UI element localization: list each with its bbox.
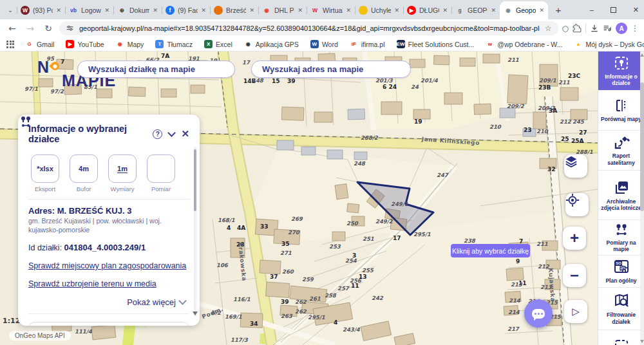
minimize-button[interactable]: – — [590, 6, 594, 14]
layers-button[interactable] — [564, 154, 587, 178]
chat-widget-button[interactable] — [524, 299, 553, 328]
diagnosis-section-header[interactable]: Diagnoza działki — [28, 322, 189, 326]
scroll-up-icon[interactable] — [640, 53, 644, 57]
show-more-button[interactable]: Pokaż więcej — [28, 297, 185, 307]
tab-favicon: f — [166, 6, 175, 15]
map-hint-toast: Kliknij aby wybrać działkę — [451, 244, 530, 257]
sidebar-item-map-measurements[interactable]: Pomiary na mapie — [598, 220, 644, 256]
tab-close-icon[interactable]: ✕ — [539, 7, 544, 14]
tab-close-icon[interactable]: ✕ — [153, 7, 158, 14]
bookmark-favicon: ▲ — [574, 40, 582, 48]
parcel-address-sub: gm. Brześć Kujawski | pow. włocławski | … — [28, 217, 189, 234]
scrollbar-thumb[interactable] — [640, 82, 644, 211]
export-button[interactable]: *xlsx Eksport — [30, 154, 61, 192]
tab-close-icon[interactable]: ✕ — [346, 7, 351, 14]
zoom-out-button[interactable]: − — [563, 264, 586, 287]
zoom-in-button[interactable]: + — [563, 227, 586, 250]
scroll-down-icon[interactable] — [640, 340, 644, 343]
close-panel-icon[interactable]: ✕ — [181, 128, 189, 140]
tab-close-icon[interactable]: ✕ — [491, 7, 496, 14]
tab-close-icon[interactable]: ✕ — [56, 7, 61, 14]
bookmark-item[interactable]: G Gmail — [21, 40, 59, 48]
address-bar[interactable]: geoportal-krajowy.pl/na-mapie#x=18.90354… — [59, 21, 558, 35]
bookmark-item[interactable]: X Excel — [200, 40, 237, 48]
tab-strip: ⌄ W (93) Pow ✕ vb Logowa ✕ ⊕ Dokum ✕ f (… — [0, 0, 644, 19]
browser-tab[interactable]: vb Logowa ✕ — [65, 1, 113, 19]
bookmark-item[interactable]: EW Fleet Solutions Cust... — [392, 40, 479, 48]
browser-tab[interactable]: Brześć K ✕ — [210, 1, 258, 19]
geolocate-button[interactable] — [565, 193, 589, 216]
sidebar-item-filter-parcels[interactable]: Filtrowanie działek — [598, 288, 644, 330]
tab-close-icon[interactable]: ✕ — [249, 7, 254, 14]
tab-close-icon[interactable]: ✕ — [201, 7, 206, 14]
buffer-button[interactable]: 4m Bufor — [68, 154, 99, 192]
maximize-button[interactable] — [611, 7, 616, 13]
browser-tab[interactable]: W (93) Pow ✕ — [17, 1, 65, 19]
browser-tab[interactable]: W Wirtuali ✕ — [307, 1, 355, 19]
sidebar-item-general-plan[interactable]: SOSK Plan ogólny — [598, 256, 644, 288]
link-local-plan[interactable]: Sprawdź miejscowy plan zagospodarowania — [28, 261, 189, 270]
back-button[interactable]: ← — [5, 21, 19, 35]
tab-title: Dokum — [129, 6, 149, 14]
browser-tab[interactable]: f (9) Face ✕ — [162, 1, 210, 19]
reading-list-icon[interactable] — [603, 24, 612, 33]
bookmark-item[interactable]: iF ifirma.pl — [345, 40, 390, 48]
search-plot-input[interactable]: Wyszukaj działkę na mapie — [77, 61, 235, 78]
panel-scrollbar[interactable] — [194, 147, 196, 317]
sidebar-item-parcel-info[interactable]: Informacje o działce — [598, 51, 644, 90]
browser-tab[interactable]: ⊕ Dokum ✕ — [113, 1, 162, 19]
profile-avatar[interactable]: A — [616, 23, 627, 34]
window-scrollbar[interactable] — [640, 51, 644, 345]
panel-scroll-down-icon[interactable] — [193, 312, 198, 315]
measure-button[interactable]: Pomiar — [146, 154, 176, 192]
browser-tab[interactable]: ▶ DŁUGOS ✕ — [403, 1, 451, 19]
search-address-input[interactable]: Wyszukaj adres na mapie — [251, 61, 411, 78]
close-window-button[interactable]: ✕ — [633, 6, 639, 14]
bookmark-item[interactable]: W Word — [306, 40, 343, 48]
browser-tab[interactable]: ◉ DHL Pa ✕ — [258, 1, 307, 19]
browser-tab[interactable]: ◉ Geopor ✕ — [500, 1, 548, 19]
url-text[interactable]: geoportal-krajowy.pl/na-mapie#x=18.90354… — [79, 24, 540, 32]
new-tab-button[interactable]: + — [551, 2, 566, 17]
bookmark-item[interactable]: T Tłumacz — [151, 40, 197, 48]
map-viewport[interactable]: 95 7 97/1 97/2 85/1 66/2 7A 191 19 17 14… — [0, 51, 598, 345]
parcel-address: Adres: M. BRZEŚĆ KUJ. 3 — [28, 206, 189, 216]
tab-close-icon[interactable]: ✕ — [394, 7, 399, 14]
sidebar-expand-button[interactable]: ▷ — [564, 300, 587, 323]
collapse-panel-icon[interactable] — [169, 133, 175, 136]
bookmark-star-icon[interactable]: ☆ — [545, 24, 552, 33]
browser-tab[interactable]: Uchylen ✕ — [355, 1, 403, 19]
site-settings-icon[interactable] — [66, 24, 74, 33]
bookmark-label: Word — [322, 41, 338, 48]
sidebar-item-partial[interactable] — [598, 330, 644, 345]
tab-close-icon[interactable]: ✕ — [298, 7, 303, 14]
tab-search-chevron-icon[interactable]: ⌄ — [4, 2, 17, 17]
bookmark-item[interactable]: ◉ Aplikacja GPS — [240, 40, 303, 48]
sidebar-item-satellite-report[interactable]: Raport satelitarny — [598, 131, 644, 171]
extension-circle-icon[interactable]: ○ — [562, 24, 569, 33]
bookmark-item[interactable]: ◉ Mapy — [111, 40, 149, 48]
logo-pin-icon — [49, 60, 61, 71]
tab-favicon: ⊕ — [117, 6, 126, 15]
dimensions-button[interactable]: 1m Wymiary — [107, 154, 138, 192]
forward-button[interactable]: → — [23, 21, 37, 35]
parcel-id-value: 041804_4.0003.249/1 — [64, 243, 146, 252]
bookmark-item[interactable]: w @wp Odebrane - W... — [481, 40, 567, 48]
bookmark-item[interactable]: ▲ Mój dysk – Dysk Go... — [569, 40, 644, 48]
download-icon[interactable] — [590, 24, 599, 33]
sidebar-item-archive-photos[interactable]: Archiwalne zdjęcia lotnicze — [598, 171, 644, 220]
link-utilities[interactable]: Sprawdź uzbrojenie terenu w media — [28, 279, 189, 288]
reload-button[interactable]: ↻ — [41, 21, 55, 35]
extensions-puzzle-icon[interactable] — [573, 24, 582, 33]
tab-close-icon[interactable]: ✕ — [104, 7, 109, 14]
apps-grid-icon[interactable] — [6, 41, 14, 48]
help-icon[interactable]: ? — [153, 129, 162, 139]
browser-tab[interactable]: g GEOPOR ✕ — [451, 1, 500, 19]
browser-menu-icon[interactable]: ⋮ — [631, 24, 639, 33]
bookmark-label: Mój dysk – Dysk Go... — [585, 41, 644, 48]
tab-favicon: ◉ — [504, 6, 513, 15]
svg-text:SO: SO — [616, 262, 621, 266]
tab-close-icon[interactable]: ✕ — [442, 7, 448, 14]
sidebar-item-compare-maps[interactable]: Porównaj mapy — [598, 90, 644, 131]
bookmark-item[interactable]: ▶ YouTube — [61, 40, 108, 48]
